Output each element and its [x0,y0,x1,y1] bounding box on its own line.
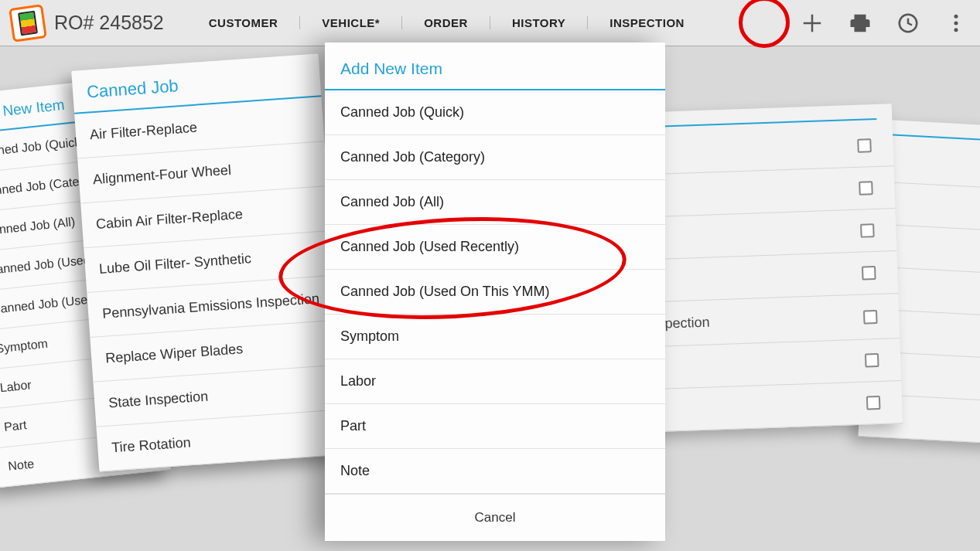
checkbox[interactable] [863,310,878,325]
menu-item-part[interactable]: Part [325,404,665,449]
main-tabs: CUSTOMER VEHICLE* ORDER HISTORY INSPECTI… [187,16,706,29]
print-icon [849,12,872,35]
tab-order[interactable]: ORDER [401,16,490,29]
menu-item-canned-all[interactable]: Canned Job (All) [325,180,665,225]
menu-item-canned-quick[interactable]: Canned Job (Quick) [325,90,665,135]
tab-customer[interactable]: CUSTOMER [187,16,300,29]
print-button[interactable] [836,0,884,46]
svg-point-5 [954,28,958,32]
checkbox[interactable] [857,138,872,153]
checkbox[interactable] [859,181,873,196]
background-card-canned-job: Canned Job Air Filter-Replace Alignment-… [71,53,346,471]
overflow-menu-button[interactable] [932,0,980,46]
add-new-item-dialog: Add New Item Canned Job (Quick) Canned J… [325,43,665,541]
app-logo [9,4,47,43]
menu-item-note[interactable]: Note [325,449,665,494]
checkbox[interactable] [865,353,879,368]
tab-history[interactable]: HISTORY [490,16,587,29]
background-checklist-left: nspection [629,104,903,433]
plus-icon [801,12,824,35]
kebab-icon [944,12,968,35]
ro-number: RO# 245852 [54,12,164,34]
history-button[interactable] [884,0,932,46]
tab-inspection[interactable]: INSPECTION [587,16,706,29]
svg-point-4 [954,21,958,25]
tab-vehicle[interactable]: VEHICLE* [299,16,401,29]
menu-item-symptom[interactable]: Symptom [325,315,665,359]
top-toolbar: RO# 245852 CUSTOMER VEHICLE* ORDER HISTO… [0,0,980,46]
dialog-title: Add New Item [325,43,665,90]
svg-point-3 [954,14,958,18]
menu-item-canned-recent[interactable]: Canned Job (Used Recently) [325,225,665,270]
add-button[interactable] [788,0,836,46]
menu-item-canned-category[interactable]: Canned Job (Category) [325,135,665,180]
menu-item-canned-ymm[interactable]: Canned Job (Used On This YMM) [325,270,665,315]
menu-item-labor[interactable]: Labor [325,359,665,404]
checkbox[interactable] [862,266,876,281]
cancel-button[interactable]: Cancel [325,494,665,541]
clock-icon [896,12,920,35]
checkbox[interactable] [866,396,881,410]
checkbox[interactable] [860,223,875,238]
